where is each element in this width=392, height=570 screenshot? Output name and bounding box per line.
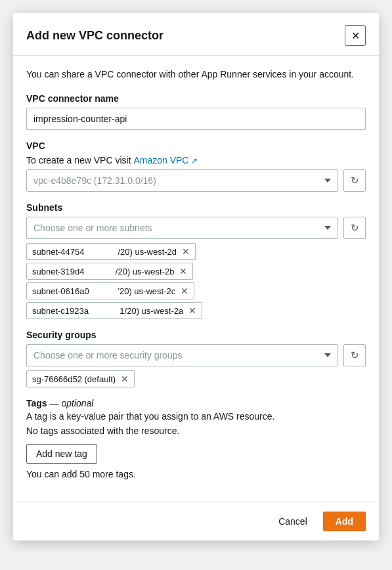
subnet-remove-0-button[interactable]: ✕ <box>182 246 190 257</box>
subnets-tags-container: subnet-44754 /20) us-west-2d ✕ subnet-31… <box>26 243 366 319</box>
tags-label: Tags <box>26 398 47 408</box>
tags-header: Tags — optional <box>26 398 366 408</box>
security-groups-label: Security groups <box>26 330 366 340</box>
security-groups-select-row: Choose one or more security groups ↻ <box>26 344 366 366</box>
security-groups-placeholder: Choose one or more security groups <box>33 350 316 361</box>
subnet-remove-2-button[interactable]: ✕ <box>181 286 188 296</box>
vpc-select-row: vpc-e4b8e79c (172.31.0.0/16) ↻ <box>26 169 366 192</box>
remove-icon: ✕ <box>179 266 187 276</box>
modal-header: Add new VPC connector ✕ <box>13 13 379 56</box>
modal-body: You can share a VPC connector with other… <box>13 56 379 502</box>
connector-name-label: VPC connector name <box>26 93 366 104</box>
subnets-field: Subnets Choose one or more subnets ↻ su <box>26 202 366 319</box>
remove-icon: ✕ <box>182 246 190 257</box>
connector-name-input[interactable] <box>26 108 366 130</box>
chevron-down-icon <box>324 353 331 357</box>
subnets-placeholder: Choose one or more subnets <box>33 223 316 233</box>
no-tags-text: No tags associated with the resource. <box>26 426 366 436</box>
subnet-chip-1-text: subnet-319d4 /20) us-west-2b <box>32 267 174 276</box>
modal-title: Add new VPC connector <box>26 29 163 43</box>
subnet-chip-0-text: subnet-44754 /20) us-west-2d <box>32 247 177 257</box>
subnet-chip-0: subnet-44754 /20) us-west-2d ✕ <box>26 243 196 260</box>
vpc-field: VPC To create a new VPC visit Amazon VPC… <box>26 141 366 192</box>
tags-optional-label: — optional <box>50 398 94 408</box>
amazon-vpc-link-text: Amazon VPC <box>133 155 188 165</box>
security-group-remove-0-button[interactable]: ✕ <box>121 374 129 384</box>
vpc-link-row: To create a new VPC visit Amazon VPC ↗ <box>26 155 366 165</box>
subnet-chip-1: subnet-319d4 /20) us-west-2b ✕ <box>26 263 193 280</box>
subnets-label: Subnets <box>26 202 366 213</box>
modal-description: You can share a VPC connector with other… <box>26 68 366 81</box>
tags-description: A tag is a key-value pair that you assig… <box>26 411 366 422</box>
security-groups-refresh-button[interactable]: ↻ <box>343 344 366 366</box>
subnet-remove-3-button[interactable]: ✕ <box>188 305 196 316</box>
tags-section: Tags — optional A tag is a key-value pai… <box>26 398 366 479</box>
subnets-select-wrapper: Choose one or more subnets <box>26 217 338 239</box>
connector-name-field: VPC connector name <box>26 93 366 130</box>
subnet-chip-2: subnet-0616a0 '20) us-west-2c ✕ <box>26 282 194 299</box>
add-new-tag-button[interactable]: Add new tag <box>26 444 97 464</box>
subnets-select[interactable]: Choose one or more subnets <box>26 217 338 239</box>
modal-footer: Cancel Add <box>13 502 379 540</box>
vpc-selected-value: vpc-e4b8e79c (172.31.0.0/16) <box>33 175 316 186</box>
add-vpc-connector-modal: Add new VPC connector ✕ You can share a … <box>13 13 379 540</box>
refresh-icon: ↻ <box>351 349 359 361</box>
close-button[interactable]: ✕ <box>345 25 366 46</box>
security-group-chip-0: sg-76666d52 (default) ✕ <box>26 370 135 387</box>
external-link-icon: ↗ <box>191 156 198 165</box>
subnets-refresh-button[interactable]: ↻ <box>343 217 366 239</box>
cancel-button[interactable]: Cancel <box>269 512 316 531</box>
vpc-select[interactable]: vpc-e4b8e79c (172.31.0.0/16) <box>26 169 338 192</box>
chevron-down-icon <box>324 179 331 183</box>
chevron-down-icon <box>324 226 331 230</box>
refresh-icon: ↻ <box>351 222 359 234</box>
security-groups-select-wrapper: Choose one or more security groups <box>26 344 338 366</box>
add-button[interactable]: Add <box>323 512 366 531</box>
vpc-select-wrapper: vpc-e4b8e79c (172.31.0.0/16) <box>26 169 338 192</box>
security-group-chip-0-text: sg-76666d52 (default) <box>32 374 116 384</box>
subnet-remove-1-button[interactable]: ✕ <box>179 266 187 276</box>
subnets-select-row: Choose one or more subnets ↻ <box>26 217 366 239</box>
security-groups-select[interactable]: Choose one or more security groups <box>26 344 338 366</box>
security-groups-field: Security groups Choose one or more secur… <box>26 330 366 387</box>
subnet-chip-3-text: subnet-c1923a 1/20) us-west-2a <box>32 306 183 316</box>
remove-icon: ✕ <box>181 286 188 296</box>
tags-limit-text: You can add 50 more tags. <box>26 469 366 479</box>
subnet-chip-3: subnet-c1923a 1/20) us-west-2a ✕ <box>26 302 202 319</box>
close-icon: ✕ <box>351 30 360 42</box>
remove-icon: ✕ <box>121 374 129 384</box>
vpc-refresh-button[interactable]: ↻ <box>343 169 366 192</box>
vpc-label: VPC <box>26 141 366 151</box>
modal-overlay: Add new VPC connector ✕ You can share a … <box>0 0 392 570</box>
vpc-link-prefix: To create a new VPC visit <box>26 155 131 165</box>
security-groups-tags-container: sg-76666d52 (default) ✕ <box>26 370 366 387</box>
subnet-chip-2-text: subnet-0616a0 '20) us-west-2c <box>32 286 175 296</box>
refresh-icon: ↻ <box>351 175 359 186</box>
remove-icon: ✕ <box>188 305 196 316</box>
amazon-vpc-link[interactable]: Amazon VPC ↗ <box>133 155 198 165</box>
